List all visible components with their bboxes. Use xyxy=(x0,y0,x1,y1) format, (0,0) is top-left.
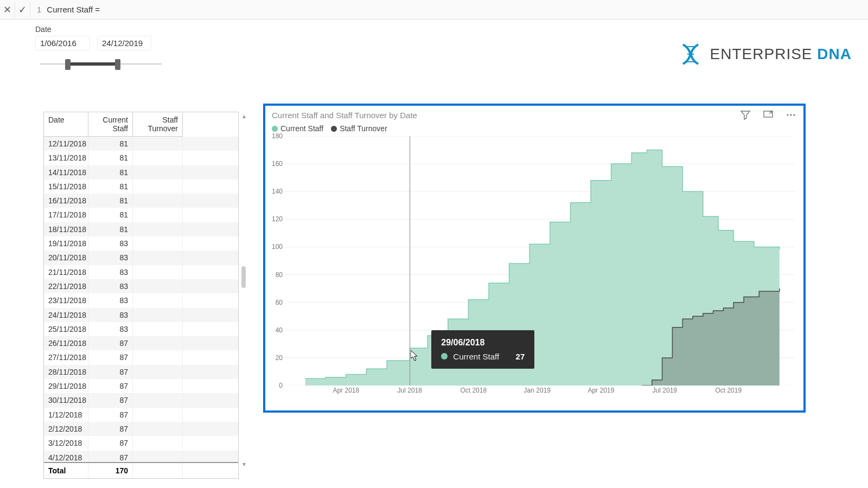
formula-bar: ✕ ✓ 1 Current Staff = xyxy=(0,0,868,20)
chart-plot-area[interactable]: 020406080100120140160180 29/06/2018 Curr… xyxy=(285,136,795,386)
staff-area-chart[interactable]: Current Staff and Staff Turnover by Date… xyxy=(263,104,806,413)
table-row[interactable]: 13/11/201881 xyxy=(44,151,238,165)
table-row[interactable]: 21/11/201883 xyxy=(44,265,238,279)
chart-title: Current Staff and Staff Turnover by Date xyxy=(272,111,417,120)
formula-text[interactable]: Current Staff = xyxy=(47,5,100,14)
table-row[interactable]: 24/11/201883 xyxy=(44,308,238,322)
table-row[interactable]: 25/11/201883 xyxy=(44,322,238,336)
chart-legend: Current StaffStaff Turnover xyxy=(265,122,803,136)
table-row[interactable]: 15/11/201881 xyxy=(44,179,238,194)
table-row[interactable]: 27/11/201887 xyxy=(44,350,238,364)
slicer-thumb-right[interactable] xyxy=(115,59,120,70)
legend-swatch xyxy=(272,126,278,132)
chart-hover-line xyxy=(410,136,410,386)
table-row[interactable]: 12/11/201881 xyxy=(44,137,238,151)
slicer-label: Date xyxy=(35,25,182,34)
total-value: 170 xyxy=(88,463,133,478)
table-row[interactable]: 18/11/201881 xyxy=(44,222,238,236)
more-options-icon[interactable] xyxy=(785,109,797,121)
col-header-current-staff[interactable]: Current Staff xyxy=(88,112,133,137)
y-tick: 140 xyxy=(272,188,283,195)
table-row[interactable]: 20/11/201883 xyxy=(44,251,238,265)
commit-formula-button[interactable]: ✓ xyxy=(15,2,30,17)
table-row[interactable]: 1/12/201887 xyxy=(44,408,238,422)
scroll-down-icon[interactable]: ▾ xyxy=(240,460,248,468)
svg-point-4 xyxy=(787,114,788,115)
svg-point-6 xyxy=(793,114,795,115)
table-row[interactable]: 2/12/201887 xyxy=(44,422,238,436)
table-total-row: Total 170 xyxy=(44,462,238,478)
tooltip-swatch xyxy=(441,353,448,359)
scroll-thumb[interactable] xyxy=(241,266,246,288)
y-tick: 160 xyxy=(272,160,283,168)
x-tick: Jul 2019 xyxy=(653,387,677,394)
cancel-formula-button[interactable]: ✕ xyxy=(0,2,15,17)
col-header-date[interactable]: Date xyxy=(44,112,88,137)
legend-label: Current Staff xyxy=(280,124,323,133)
x-axis: Apr 2018Jul 2018Oct 2018Jan 2019Apr 2019… xyxy=(285,387,795,397)
logo-word-dna: DNA xyxy=(817,46,852,62)
table-row[interactable]: 14/11/201881 xyxy=(44,165,238,179)
legend-swatch xyxy=(331,126,337,132)
table-header: Date Current Staff Staff Turnover xyxy=(44,112,238,137)
y-tick: 0 xyxy=(279,382,283,389)
svg-point-5 xyxy=(790,114,792,115)
table-scrollbar[interactable]: ▴ ▾ xyxy=(240,112,248,468)
y-tick: 100 xyxy=(272,243,283,251)
x-tick: Jul 2018 xyxy=(398,387,422,394)
x-tick: Apr 2018 xyxy=(333,387,359,394)
table-row[interactable]: 22/11/201883 xyxy=(44,279,238,293)
staff-table: Date Current Staff Staff Turnover 12/11/… xyxy=(43,112,239,468)
x-tick: Jan 2019 xyxy=(524,387,551,394)
slicer-from-input[interactable]: 1/06/2016 xyxy=(35,36,90,50)
total-turnover xyxy=(133,463,183,478)
total-label: Total xyxy=(44,463,88,478)
slicer-thumb-left[interactable] xyxy=(65,59,71,70)
filter-icon[interactable] xyxy=(739,109,751,121)
enterprise-dna-logo: ENTERPRISE DNA xyxy=(678,41,852,67)
table-row[interactable]: 28/11/201887 xyxy=(44,365,238,379)
col-header-staff-turnover[interactable]: Staff Turnover xyxy=(133,112,183,137)
y-tick: 120 xyxy=(272,215,283,223)
table-row[interactable]: 4/12/201887 xyxy=(44,451,238,462)
legend-item[interactable]: Current Staff xyxy=(272,124,323,133)
slicer-range[interactable] xyxy=(68,62,118,66)
y-axis: 020406080100120140160180 xyxy=(269,136,285,386)
table-row[interactable]: 17/11/201881 xyxy=(44,208,238,222)
table-row[interactable]: 16/11/201881 xyxy=(44,194,238,208)
y-tick: 40 xyxy=(276,326,283,334)
y-tick: 180 xyxy=(272,132,283,140)
dna-icon xyxy=(678,41,704,67)
y-tick: 80 xyxy=(276,271,283,279)
tooltip-series: Current Staff xyxy=(453,352,499,361)
x-tick: Oct 2019 xyxy=(715,387,742,394)
table-row[interactable]: 3/12/201887 xyxy=(44,436,238,450)
legend-item[interactable]: Staff Turnover xyxy=(331,124,387,133)
focus-mode-icon[interactable] xyxy=(762,109,774,121)
table-row[interactable]: 23/11/201883 xyxy=(44,293,238,307)
x-tick: Oct 2018 xyxy=(460,387,487,394)
table-row[interactable]: 29/11/201887 xyxy=(44,379,238,393)
y-tick: 20 xyxy=(276,354,283,362)
slicer-track[interactable] xyxy=(40,59,162,70)
formula-line-number: 1 xyxy=(37,5,41,14)
scroll-up-icon[interactable]: ▴ xyxy=(240,112,248,120)
y-tick: 60 xyxy=(276,299,283,306)
table-row[interactable]: 26/11/201887 xyxy=(44,336,238,350)
table-row[interactable]: 19/11/201883 xyxy=(44,236,238,251)
chart-tooltip: 29/06/2018 Current Staff 27 xyxy=(431,330,534,369)
tooltip-date: 29/06/2018 xyxy=(441,338,525,348)
date-slicer: Date 1/06/2016 24/12/2019 xyxy=(35,25,182,70)
slicer-to-input[interactable]: 24/12/2019 xyxy=(97,36,151,50)
table-row[interactable]: 30/11/201887 xyxy=(44,393,238,407)
legend-label: Staff Turnover xyxy=(340,124,387,133)
x-tick: Apr 2019 xyxy=(588,387,614,394)
logo-word-enterprise: ENTERPRISE xyxy=(710,46,813,62)
tooltip-value: 27 xyxy=(516,352,525,361)
